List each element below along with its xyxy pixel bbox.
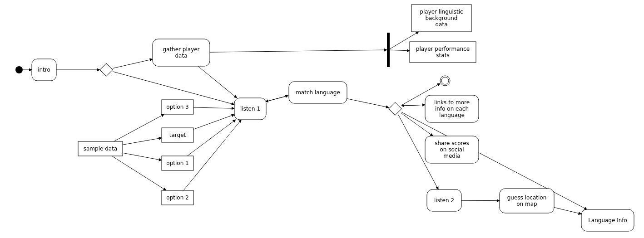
edge [554, 207, 581, 214]
node-label: on social [440, 146, 464, 153]
node-listen1: listen 1 [234, 98, 266, 120]
fork-bar [387, 33, 390, 67]
edge [123, 153, 162, 160]
node-links: links to moreinfo on eachlanguage [425, 95, 479, 122]
edge [347, 99, 389, 107]
node-option1: option 1 [162, 156, 193, 170]
node-guess: guess locationon map [500, 189, 554, 213]
edge [210, 50, 387, 52]
final-node [440, 76, 450, 86]
node-label: option 1 [166, 160, 188, 166]
node-label: player linguistic [420, 9, 463, 15]
node-label: match language [296, 89, 340, 96]
node-label: data [175, 53, 187, 59]
node-label: guess location [507, 194, 547, 201]
svg-rect-3 [389, 102, 401, 115]
node-option3: option 3 [162, 100, 193, 114]
node-label: data [435, 21, 447, 28]
edge [193, 115, 234, 130]
node-label: player performance [416, 46, 470, 52]
svg-rect-2 [100, 63, 113, 76]
node-match: match language [289, 82, 347, 103]
node-target: target [162, 128, 193, 142]
node-label: share scores [435, 140, 469, 146]
node-ling: player linguisticbackgrounddata [411, 5, 471, 32]
node-label: Language Info [588, 217, 627, 223]
edge [114, 114, 164, 141]
decision-node [389, 102, 401, 115]
edge [401, 105, 425, 106]
node-label: listen 1 [240, 106, 260, 112]
node-label: option 2 [166, 194, 188, 201]
node-label: stats [436, 52, 449, 58]
edge [123, 138, 162, 145]
node-intro: intro [32, 59, 56, 81]
edge [198, 66, 237, 98]
initial-node [15, 66, 23, 73]
edge [187, 120, 236, 156]
svg-point-1 [441, 77, 449, 84]
decision-node [100, 63, 113, 76]
node-label: gather player [163, 46, 199, 53]
activity-diagram: introgather playerdatalisten 1match lang… [0, 0, 644, 238]
node-listen2: listen 2 [427, 189, 461, 211]
node-label: language [439, 112, 465, 118]
node-sample: sample data [78, 141, 123, 156]
node-gather: gather playerdata [153, 39, 210, 66]
node-label: on map [516, 201, 537, 207]
node-label: info on each [435, 106, 469, 112]
node-label: listen 2 [434, 197, 454, 204]
node-label: intro [38, 67, 50, 73]
node-option2: option 2 [162, 190, 193, 205]
node-langinfo: Language Info [581, 209, 634, 231]
node-share: share scoreson socialmedia [425, 136, 479, 163]
edge [266, 96, 288, 102]
node-label: target [169, 132, 186, 138]
node-label: background [426, 15, 458, 21]
node-label: option 3 [166, 104, 188, 110]
node-label: sample data [84, 146, 117, 152]
node-label: media [443, 153, 460, 159]
edge [390, 50, 410, 51]
edge [113, 59, 153, 68]
edge [112, 156, 166, 190]
edge [193, 107, 234, 108]
node-perf: player performancestats [410, 42, 476, 63]
node-label: links to more [434, 99, 470, 106]
